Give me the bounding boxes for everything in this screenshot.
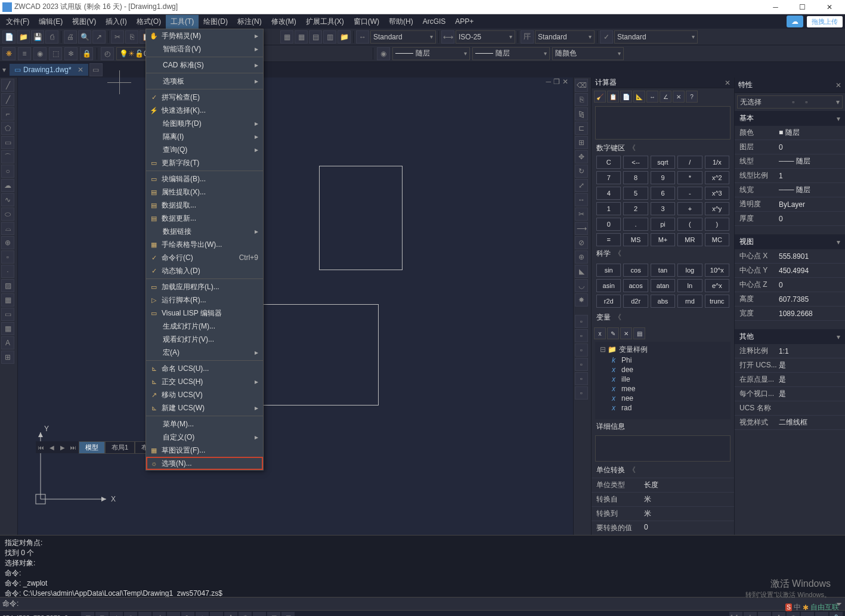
- array-icon[interactable]: ⊞: [575, 136, 588, 149]
- maximize-button[interactable]: ☐: [789, 1, 816, 14]
- calc-key[interactable]: <--: [623, 156, 648, 169]
- otrack-icon[interactable]: ∠: [153, 612, 166, 617]
- layerfr-icon[interactable]: ❄: [64, 47, 78, 60]
- hwa-icon[interactable]: ▭: [253, 612, 266, 617]
- minimize-button[interactable]: ─: [762, 1, 789, 14]
- print-icon[interactable]: 🖨: [64, 30, 77, 44]
- menu-8[interactable]: 修改(M): [267, 15, 301, 29]
- rotate-icon[interactable]: ↻: [575, 165, 588, 178]
- s3-icon[interactable]: ▫: [758, 612, 771, 617]
- s4-icon[interactable]: A: [772, 612, 785, 617]
- style-combo-1[interactable]: Standard: [370, 30, 436, 44]
- calc-key[interactable]: sqrt: [651, 156, 675, 169]
- calc-tb8[interactable]: ?: [686, 91, 698, 103]
- dropdown-item[interactable]: ✓拼写检查(E): [146, 91, 263, 104]
- prop-row[interactable]: 高度607.7385: [735, 292, 845, 307]
- fillet-icon[interactable]: ◡: [575, 279, 588, 292]
- erase-icon[interactable]: ⌫: [575, 79, 588, 92]
- dropdown-item[interactable]: ▤数据更新...: [146, 212, 263, 225]
- prop-row[interactable]: 线型比例1: [735, 169, 845, 183]
- calc-tb2[interactable]: 📋: [607, 91, 619, 103]
- iso-combo[interactable]: ISO-25: [456, 30, 515, 44]
- saveall-icon[interactable]: ⎙: [45, 30, 58, 44]
- insert-icon[interactable]: ⊕: [1, 236, 14, 249]
- calc-key[interactable]: pi: [651, 218, 675, 231]
- ellipse-icon[interactable]: ⬭: [1, 208, 14, 221]
- scale-icon[interactable]: ⤢: [575, 179, 588, 192]
- var-item[interactable]: kPhi: [600, 355, 726, 365]
- calc-key[interactable]: 2: [623, 202, 648, 215]
- unit-row[interactable]: 转换自米: [592, 492, 734, 506]
- calc-tb4[interactable]: 📐: [633, 91, 645, 103]
- dim-icon[interactable]: ↔: [356, 30, 369, 44]
- block-icon[interactable]: ▫: [1, 250, 14, 264]
- calc-key[interactable]: 3: [651, 202, 675, 215]
- calc-key[interactable]: x^y: [705, 202, 729, 215]
- dropdown-item[interactable]: ▭块编辑器(B)...: [146, 172, 263, 185]
- prop-row[interactable]: UCS 名称: [735, 401, 845, 416]
- menu-9[interactable]: 扩展工具(X): [301, 15, 349, 29]
- prop-row[interactable]: 颜色■ 随层: [735, 126, 845, 140]
- properties-close-icon[interactable]: ✕: [835, 81, 841, 89]
- explode-icon[interactable]: ✸: [575, 293, 588, 307]
- layerstate-icon[interactable]: ≡: [18, 47, 31, 60]
- mod2-icon[interactable]: ▫: [575, 329, 588, 342]
- var-tree[interactable]: ⊟ 📁 变量样例 kPhixdeexillexmeexneexrad: [595, 342, 731, 419]
- calc-key[interactable]: *: [677, 171, 702, 184]
- prop-row[interactable]: 注释比例1:1: [735, 344, 845, 358]
- dropdown-item[interactable]: ⚡快速选择(K)...: [146, 104, 263, 117]
- new-tab-icon[interactable]: ▭: [89, 63, 103, 76]
- pik1-icon[interactable]: ▫: [788, 97, 799, 107]
- prop-row[interactable]: 打开 UCS...是: [735, 358, 845, 373]
- bycolor-combo[interactable]: 随颜色: [552, 47, 624, 60]
- calc-key[interactable]: =: [596, 233, 621, 246]
- calc-key[interactable]: 5: [623, 187, 648, 200]
- copy-icon[interactable]: ⎘: [125, 30, 138, 44]
- osnap-icon[interactable]: □: [138, 612, 151, 617]
- calc-key[interactable]: MR: [677, 233, 702, 246]
- calc-tb5[interactable]: ↔: [646, 91, 658, 103]
- unit-row[interactable]: 要转换的值0: [592, 521, 734, 535]
- sci-header[interactable]: 科学: [592, 246, 734, 261]
- s1-icon[interactable]: 1:1▾: [729, 612, 742, 617]
- tab-prev-icon[interactable]: ◀: [47, 441, 57, 453]
- calc-key[interactable]: +: [677, 202, 702, 215]
- dropdown-item[interactable]: 智能语音(V): [146, 42, 263, 55]
- view-section-header[interactable]: 视图: [735, 234, 845, 249]
- iso2-icon[interactable]: ◧: [267, 612, 280, 617]
- break-icon[interactable]: ⊘: [575, 236, 588, 249]
- var-item[interactable]: xille: [600, 374, 726, 384]
- dropdown-item[interactable]: 隔离(I): [146, 130, 263, 143]
- dropdown-item[interactable]: 生成幻灯片(M)...: [146, 320, 263, 333]
- var-item[interactable]: xmee: [600, 384, 726, 394]
- pik2-icon[interactable]: ▫: [801, 97, 812, 107]
- ortho-icon[interactable]: ⊥: [110, 612, 123, 617]
- revcloud-icon[interactable]: ☁: [1, 179, 14, 192]
- new-icon[interactable]: 📄: [2, 30, 16, 44]
- tab-last-icon[interactable]: ⏭: [68, 441, 79, 453]
- hatch-icon[interactable]: ▨: [1, 279, 14, 292]
- close-button[interactable]: ✕: [816, 1, 843, 14]
- mdi-restore-icon[interactable]: ❐: [553, 78, 560, 86]
- dropdown-item[interactable]: 绘图顺序(D): [146, 117, 263, 130]
- dropdown-item[interactable]: ▭Visual LISP 编辑器: [146, 307, 263, 320]
- s2-icon[interactable]: 人: [744, 612, 757, 617]
- dropdown-item[interactable]: ↗移动 UCS(V): [146, 388, 263, 401]
- folder2-icon[interactable]: 📁: [338, 30, 351, 44]
- unit-row[interactable]: 单位类型长度: [592, 478, 734, 492]
- dropdown-item[interactable]: ⊾正交 UCS(H): [146, 375, 263, 388]
- tab-first-icon[interactable]: ⏮: [36, 441, 47, 453]
- arc-icon[interactable]: ⌒: [1, 150, 14, 163]
- calc-key[interactable]: 8: [623, 171, 648, 184]
- calc-tb7[interactable]: ✕: [673, 91, 685, 103]
- calc-sci-key[interactable]: tan: [651, 264, 675, 277]
- line-icon[interactable]: ╱: [1, 79, 14, 92]
- calc-sci-key[interactable]: r2d: [596, 295, 621, 308]
- gradient-icon[interactable]: ▦: [1, 293, 14, 307]
- selection-combo[interactable]: 无选择 ▫▫: [737, 95, 843, 109]
- std2-icon[interactable]: 厈: [521, 30, 534, 44]
- calc-tb3[interactable]: 📄: [620, 91, 632, 103]
- command-input[interactable]: [23, 600, 835, 608]
- rect-shape-2[interactable]: [262, 304, 379, 405]
- var-item[interactable]: xrad: [600, 403, 726, 413]
